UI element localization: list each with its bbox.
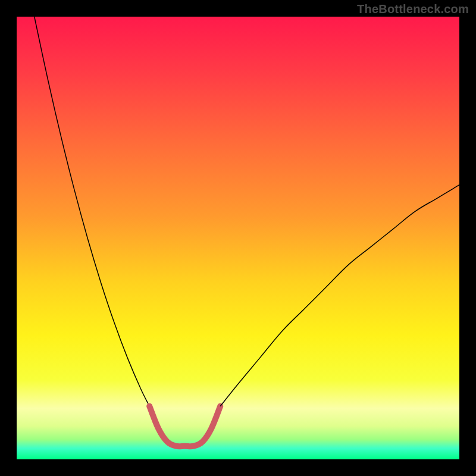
plot-area (17, 17, 459, 459)
chart-frame: TheBottleneck.com (0, 0, 476, 476)
gradient-background (17, 17, 459, 459)
bottleneck-chart (17, 17, 459, 459)
watermark-text: TheBottleneck.com (357, 2, 469, 16)
